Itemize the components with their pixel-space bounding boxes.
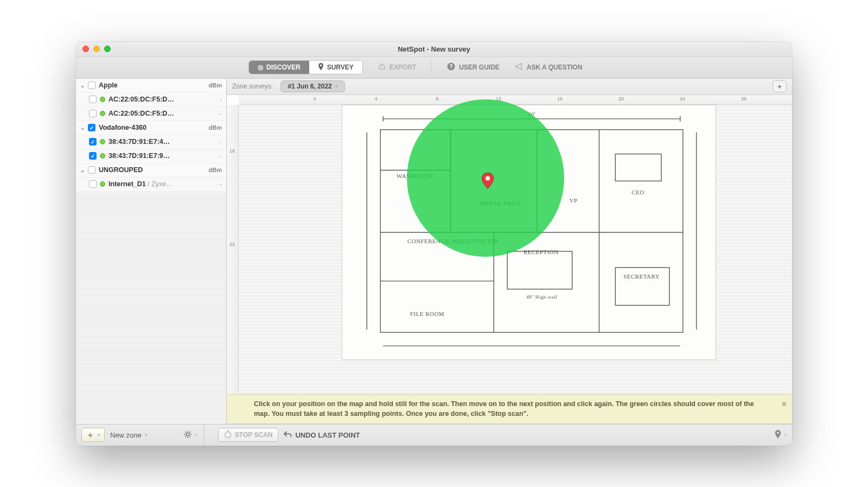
svg-point-33 (486, 176, 490, 180)
new-zone-menu[interactable]: New zone ▾ (110, 431, 148, 439)
target-icon: ◎ (258, 64, 263, 71)
ruler-vertical: 16 22 (227, 105, 239, 395)
status-dot-icon (100, 139, 105, 144)
sidebar-item[interactable]: 38:43:7D:91:E7:9… - (76, 149, 226, 163)
svg-point-34 (186, 433, 189, 436)
close-window-icon[interactable] (82, 46, 89, 52)
chevron-down-icon: ▾ (335, 84, 338, 89)
svg-text:48" High wall: 48" High wall (526, 294, 557, 300)
export-icon (378, 63, 386, 72)
svg-point-46 (777, 432, 779, 434)
discover-tab[interactable]: ◎ DISCOVER (249, 61, 309, 74)
export-button[interactable]: EXPORT (378, 63, 416, 72)
status-dot-icon (100, 111, 105, 116)
sidebar-group-vodafone[interactable]: ⌄ Vodafone-4360 dBm (76, 121, 226, 135)
minimize-window-icon[interactable] (93, 46, 100, 52)
status-dot-icon (100, 97, 105, 102)
svg-text:?: ? (450, 64, 453, 69)
item-checkbox[interactable] (89, 180, 97, 188)
undo-icon (284, 431, 292, 440)
status-dot-icon (100, 153, 105, 159)
group-checkbox[interactable] (88, 81, 95, 89)
pin-icon (775, 430, 781, 440)
zone-survey-bar: Zone surveys: #1 Jun 6, 2022 ▾ ＋ (227, 79, 792, 95)
add-button[interactable]: ＋ ▾ (81, 428, 105, 442)
item-checkbox[interactable] (89, 96, 97, 103)
instruction-banner: Click on your position on the map and ho… (227, 394, 792, 423)
status-dot-icon (100, 181, 105, 187)
separator (431, 61, 432, 74)
add-zone-survey-button[interactable]: ＋ (773, 80, 787, 92)
svg-text:CEO: CEO (631, 189, 644, 195)
chevron-down-icon: ▾ (98, 433, 100, 438)
svg-text:FILE ROOM: FILE ROOM (410, 311, 444, 317)
svg-line-41 (185, 436, 186, 437)
svg-point-0 (320, 64, 321, 66)
sidebar-item[interactable]: AC:22:05:DC:F5:D… - (76, 93, 226, 107)
ruler-horizontal: 0 4 8 12 16 20 24 28 (239, 95, 792, 105)
zone-surveys-label: Zone surveys: (232, 83, 273, 90)
scan-point-pin-icon[interactable] (482, 173, 494, 191)
titlebar: NetSpot - New survey (76, 42, 792, 57)
map-canvas[interactable]: 0 4 8 12 16 20 24 28 16 22 (227, 95, 792, 395)
stop-scan-button[interactable]: STOP SCAN (218, 428, 279, 442)
svg-text:RECEPTION: RECEPTION (524, 248, 559, 255)
help-icon: ? (447, 62, 455, 72)
app-window: NetSpot - New survey ◎ DISCOVER SURVEY E… (76, 42, 792, 446)
chevron-down-icon: ⌄ (80, 83, 88, 88)
sidebar-item[interactable]: Internet_D1 / Zyxe… - (76, 178, 226, 192)
chevron-down-icon: ⌄ (80, 125, 88, 131)
chevron-down-icon: ▾ (145, 432, 148, 438)
item-checkbox[interactable] (89, 152, 97, 160)
network-sidebar[interactable]: ⌄ Apple dBm AC:22:05:DC:F5:D… - AC:22:05… (76, 79, 227, 424)
svg-text:SECRETARY: SECRETARY (623, 273, 660, 279)
svg-line-42 (189, 432, 190, 433)
svg-rect-20 (615, 154, 661, 181)
svg-rect-18 (507, 251, 572, 289)
pin-icon (318, 63, 324, 72)
plus-icon: ＋ (86, 430, 94, 440)
svg-line-39 (185, 432, 186, 433)
gear-icon (183, 430, 192, 440)
undo-last-point-button[interactable]: UNDO LAST POINT (284, 431, 360, 440)
svg-text:VP: VP (570, 197, 578, 204)
sidebar-item[interactable]: 38:43:7D:91:E7:4… - (76, 135, 226, 149)
megaphone-icon (515, 63, 523, 72)
item-checkbox[interactable] (89, 110, 97, 117)
locate-menu[interactable]: ▾ (775, 430, 787, 440)
group-checkbox[interactable] (88, 124, 95, 131)
sidebar-group-apple[interactable]: ⌄ Apple dBm (76, 79, 226, 93)
maximize-window-icon[interactable] (104, 46, 111, 52)
mode-segment: ◎ DISCOVER SURVEY (248, 60, 363, 74)
ask-question-button[interactable]: ASK A QUESTION (515, 63, 582, 72)
svg-line-40 (189, 436, 190, 437)
zone-survey-selector[interactable]: #1 Jun 6, 2022 ▾ (280, 80, 344, 92)
item-checkbox[interactable] (89, 138, 97, 146)
gear-menu[interactable]: ▾ (183, 430, 197, 440)
user-guide-button[interactable]: ? USER GUIDE (447, 62, 500, 72)
survey-tab[interactable]: SURVEY (309, 61, 362, 74)
footer-toolbar: ＋ ▾ New zone ▾ ▾ STOP SCAN UNDO LAST POI… (76, 424, 792, 446)
group-checkbox[interactable] (88, 166, 95, 174)
traffic-lights (82, 46, 111, 52)
main-toolbar: ◎ DISCOVER SURVEY EXPORT ? USER GUIDE (76, 57, 792, 79)
close-hint-button[interactable]: × (782, 398, 787, 410)
sidebar-group-ungrouped[interactable]: ⌄ UNGROUPED dBm (76, 163, 226, 178)
window-title: NetSpot - New survey (76, 45, 792, 53)
svg-point-43 (225, 432, 231, 438)
chevron-down-icon: ⌄ (80, 167, 88, 173)
sidebar-item[interactable]: AC:22:05:DC:F5:D… - (76, 107, 226, 121)
stopwatch-icon (224, 430, 232, 440)
chevron-down-icon: ▾ (784, 433, 787, 438)
chevron-down-icon: ▾ (195, 433, 197, 438)
